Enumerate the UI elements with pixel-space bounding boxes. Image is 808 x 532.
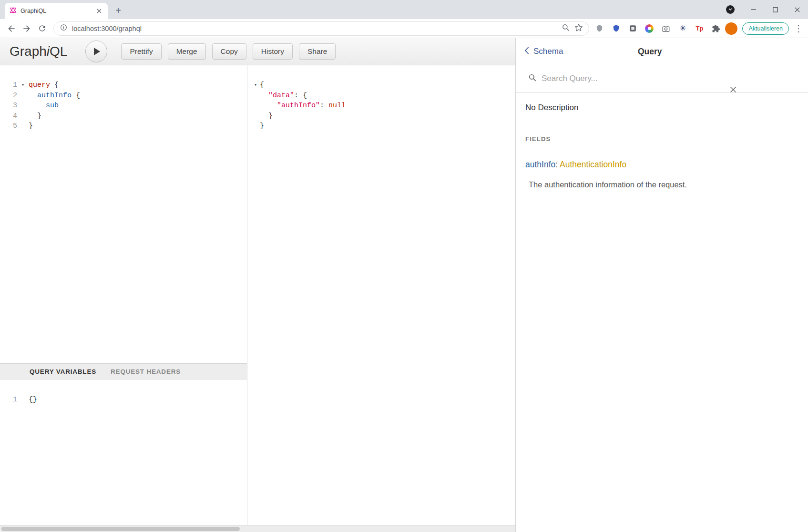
doc-field-description: The authentication information of the re… (529, 180, 798, 189)
browser-menu-icon[interactable]: ⋮ (793, 23, 804, 34)
fold-arrow-icon[interactable]: ▾ (17, 80, 29, 91)
editor-pane: 1 ▾ query { 2 authInfo { 3 sub 4 } 5 (0, 65, 247, 532)
json-key-token: "authInfo" (277, 102, 320, 110)
bookmark-star-icon[interactable] (574, 23, 583, 34)
tp-extension-icon[interactable]: Tp (693, 22, 706, 35)
color-wheel-extension-icon[interactable] (643, 22, 655, 35)
query-editor[interactable]: 1 ▾ query { 2 authInfo { 3 sub 4 } 5 (0, 65, 247, 363)
asterisk-extension-icon[interactable]: ✳ (676, 22, 689, 35)
browser-tab-strip: GraphiQL + (0, 0, 808, 19)
doc-explorer: Schema Query No Description FIELDS authI… (515, 38, 808, 532)
doc-close-button[interactable] (728, 84, 738, 95)
fold-arrow-icon[interactable]: ▾ (251, 80, 260, 91)
page-info-icon[interactable] (60, 23, 68, 33)
tab-request-headers[interactable]: REQUEST HEADERS (111, 368, 181, 375)
search-icon (528, 73, 537, 84)
graphiql-logo: GraphiQL (10, 44, 67, 59)
horizontal-scrollbar[interactable] (0, 525, 515, 532)
result-viewer[interactable]: ▾ { "data": { "authInfo": null } } (248, 65, 515, 525)
line-number: 2 (0, 91, 17, 101)
doc-body: No Description FIELDS authInfo: Authenti… (516, 103, 808, 189)
prettify-button[interactable]: Prettify (121, 43, 161, 60)
field-token: authInfo (37, 92, 72, 100)
doc-back-label: Schema (533, 47, 563, 56)
code-line: 3 sub (0, 101, 247, 111)
code-line: 1 ▾ query { (0, 80, 247, 91)
variables-title-bar: QUERY VARIABLES REQUEST HEADERS (0, 363, 247, 379)
doc-explorer-header: Schema Query (516, 38, 808, 65)
line-number: 1 (0, 80, 17, 91)
gray-square-extension-icon[interactable] (626, 22, 639, 35)
chevron-left-icon (524, 47, 529, 57)
copy-button[interactable]: Copy (212, 43, 246, 60)
json-null-token: null (328, 102, 346, 110)
code-line: 2 authInfo { (0, 91, 247, 101)
window-close-button[interactable] (786, 0, 808, 19)
play-icon (93, 47, 101, 56)
tab-search-icon[interactable] (726, 5, 735, 14)
doc-search-input[interactable] (542, 74, 796, 83)
tab-close-icon[interactable] (95, 7, 103, 15)
doc-no-description: No Description (525, 103, 798, 113)
keyword-token: query (29, 81, 50, 89)
doc-field-row: authInfo: AuthenticationInfo (525, 160, 798, 170)
line-number: 4 (0, 111, 17, 122)
new-tab-button[interactable]: + (112, 4, 125, 17)
refresh-icon[interactable] (34, 21, 50, 36)
doc-title: Query (563, 47, 736, 57)
variables-editor[interactable]: 1 {} (0, 380, 247, 525)
zoom-icon[interactable] (562, 23, 570, 34)
doc-fields-label: FIELDS (525, 135, 798, 143)
graphql-favicon-icon (10, 7, 17, 16)
field-token: sub (46, 102, 59, 110)
code-line: 1 {} (0, 395, 247, 405)
code-line: } (251, 121, 515, 132)
json-key-token: "data" (268, 92, 294, 100)
line-number: 3 (0, 101, 17, 111)
merge-button[interactable]: Merge (168, 43, 206, 60)
browser-window: GraphiQL + (0, 0, 808, 532)
graphiql-toolbar: GraphiQL Prettify Merge Copy History Sha… (0, 38, 515, 65)
tab-query-variables[interactable]: QUERY VARIABLES (30, 368, 96, 375)
camera-extension-icon[interactable] (660, 22, 672, 35)
extensions-area: ✳ Tp (593, 22, 722, 35)
window-minimize-button[interactable] (742, 0, 764, 19)
code-line: "data": { (251, 91, 515, 101)
line-number: 1 (0, 395, 17, 405)
code-line: } (251, 111, 515, 122)
shield-extension-icon[interactable] (593, 22, 605, 35)
update-button[interactable]: Aktualisieren (742, 22, 789, 35)
history-button[interactable]: History (253, 43, 293, 60)
line-number: 5 (0, 121, 17, 132)
scrollbar-thumb[interactable] (1, 527, 240, 531)
browser-navbar: localhost:3000/graphql (0, 19, 808, 38)
field-name-link[interactable]: authInfo (525, 160, 555, 169)
code-line: 5 } (0, 121, 247, 132)
close-icon (729, 86, 737, 93)
execute-query-button[interactable] (85, 41, 107, 62)
back-icon[interactable] (4, 21, 19, 36)
type-name-link[interactable]: AuthenticationInfo (560, 160, 626, 169)
code-line: "authInfo": null (251, 101, 515, 111)
doc-back-link[interactable]: Schema (524, 47, 563, 57)
browser-tab[interactable]: GraphiQL (5, 3, 108, 19)
blue-shield-extension-icon[interactable] (610, 22, 622, 35)
code-line: 4 } (0, 111, 247, 122)
profile-avatar[interactable] (725, 22, 737, 35)
extensions-puzzle-icon[interactable] (710, 22, 722, 35)
url-bar[interactable]: localhost:3000/graphql (53, 21, 589, 36)
forward-icon[interactable] (19, 21, 34, 36)
share-button[interactable]: Share (299, 43, 336, 60)
tab-title: GraphiQL (20, 8, 92, 14)
code-line: ▾ { (251, 80, 515, 91)
doc-search-row (516, 65, 808, 92)
url-text[interactable]: localhost:3000/graphql (72, 25, 557, 32)
window-maximize-button[interactable] (764, 0, 786, 19)
